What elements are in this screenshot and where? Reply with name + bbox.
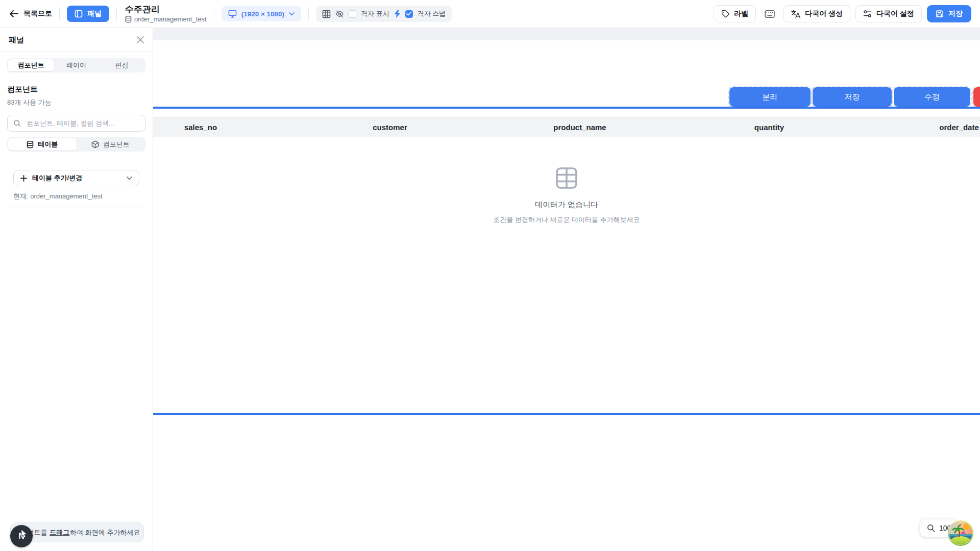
back-to-list-button[interactable]: 목록으로: [9, 9, 52, 18]
eye-off-icon: [335, 10, 344, 18]
close-icon: [136, 36, 144, 44]
canvas-button-save[interactable]: 저장: [813, 87, 892, 107]
save-disk-icon: [936, 10, 944, 18]
i18n-generate-text: 다국어 생성: [805, 9, 843, 18]
components-available-count: 83개 사용 가능: [7, 98, 145, 107]
title-block: 수주관리 order_management_test: [125, 5, 207, 23]
bound-table-reference: order_management_test: [125, 16, 207, 23]
mouse-cursor-icon: [21, 530, 28, 538]
search-icon: [13, 119, 21, 127]
add-change-table-button[interactable]: 테이블 추가/변경: [13, 170, 139, 186]
i18n-settings-text: 다국어 설정: [876, 9, 914, 18]
add-table-button-label: 테이블 추가/변경: [32, 173, 82, 183]
app-window: 분리 저장 수정 sales_no customer product_name …: [0, 0, 980, 551]
canvas-button-edit[interactable]: 수정: [894, 87, 970, 107]
grid-snap-checkbox[interactable]: [405, 10, 413, 18]
translate-icon: [791, 10, 800, 18]
panel-header: 패널: [0, 28, 153, 52]
drag-hint-part2: 하여 화면에 추가하세요: [70, 529, 140, 536]
source-tab-table-label: 테이블: [38, 140, 58, 149]
component-panel: 패널 컴포넌트 레이어 편집 컴포넌트 83개 사용 가능: [0, 28, 153, 551]
topbar-divider: [214, 7, 214, 20]
screen-size-selector[interactable]: (980 × 551): [222, 6, 301, 21]
island-extension-badge[interactable]: [947, 520, 974, 546]
canvas-button-separate[interactable]: 분리: [729, 87, 811, 107]
lightning-icon: [394, 10, 401, 18]
panel-tab-bar: 컴포넌트 레이어 편집: [7, 58, 145, 72]
grid-options-group: 격자 표시 격자 스냅: [316, 6, 452, 22]
empty-state-subtitle: 조건을 변경하거나 새로운 데이터를 추가해보세요: [153, 215, 980, 224]
component-search-box[interactable]: [7, 115, 145, 132]
magnifier-icon: [927, 524, 935, 532]
tab-edit[interactable]: 편집: [99, 59, 144, 71]
tab-components[interactable]: 컴포넌트: [8, 59, 54, 71]
topbar: 목록으로 패널 수주관리 orde: [0, 0, 980, 28]
search-input[interactable]: [26, 119, 139, 128]
source-tab-table[interactable]: 테이블: [8, 138, 77, 151]
monitor-icon: [228, 10, 237, 18]
topbar-divider: [59, 7, 60, 20]
source-type-toggle: 테이블 컴포넌트: [7, 137, 145, 152]
back-label: 목록으로: [23, 9, 52, 18]
tag-icon: [721, 10, 729, 18]
panel-icon: [75, 10, 83, 18]
panel-divider: [7, 208, 145, 208]
sliders-icon: [863, 10, 872, 18]
database-icon: [27, 141, 34, 148]
page-title: 수주관리: [125, 5, 207, 14]
table-empty-state: 데이터가 없습니다 조건을 변경하거나 새로운 데이터를 추가해보세요: [153, 167, 980, 224]
drag-hint-highlight: 드래그: [50, 529, 69, 536]
topbar-divider: [308, 7, 309, 20]
chevron-down-icon: [127, 177, 132, 180]
source-tab-component-label: 컴포넌트: [103, 140, 130, 149]
chevron-down-icon: [289, 12, 295, 16]
canvas-button-danger-clipped[interactable]: [973, 87, 980, 107]
tab-layers[interactable]: 레이어: [54, 59, 99, 71]
topbar-divider: [116, 7, 117, 20]
keyboard-icon: [765, 10, 775, 18]
panel-title: 패널: [9, 35, 24, 45]
cube-icon: [91, 140, 99, 148]
panel-close-button[interactable]: [135, 34, 146, 45]
empty-table-grid-icon: [555, 167, 578, 189]
keyboard-shortcuts-button[interactable]: [761, 7, 778, 20]
table-column-header[interactable]: product_name: [485, 117, 675, 137]
back-arrow-icon: [9, 10, 19, 18]
table-column-header[interactable]: customer: [295, 117, 485, 137]
plus-icon: [20, 175, 27, 182]
label-button[interactable]: 라벨: [714, 5, 756, 22]
empty-state-title: 데이터가 없습니다: [153, 200, 980, 210]
save-button[interactable]: 저장: [927, 5, 971, 22]
i18n-generate-button[interactable]: 다국어 생성: [783, 5, 850, 22]
label-button-text: 라벨: [734, 9, 748, 18]
source-tab-component[interactable]: 컴포넌트: [77, 138, 145, 151]
grid-show-checkbox[interactable]: [349, 10, 356, 18]
i18n-settings-button[interactable]: 다국어 설정: [855, 5, 922, 22]
panel-button-label: 패널: [87, 9, 102, 18]
topbar-right-group: 라벨: [714, 5, 971, 22]
grid-snap-label: 격자 스냅: [418, 9, 446, 18]
components-section-title: 컴포넌트: [7, 85, 145, 94]
grid-icon: [322, 10, 331, 18]
table-column-header[interactable]: quantity: [674, 117, 864, 137]
table-ref-label: order_management_test: [134, 16, 207, 22]
table-column-header[interactable]: order_date: [864, 117, 980, 137]
panel-body: 컴포넌트 83개 사용 가능: [0, 85, 153, 208]
current-table-label: 현재: order_management_test: [13, 192, 139, 201]
database-icon: [125, 16, 132, 23]
screen-size-value: (980 × 551): [241, 10, 284, 18]
save-button-text: 저장: [948, 9, 963, 18]
panel-toggle-button[interactable]: 패널: [67, 6, 109, 22]
grid-show-label: 격자 표시: [361, 9, 389, 18]
